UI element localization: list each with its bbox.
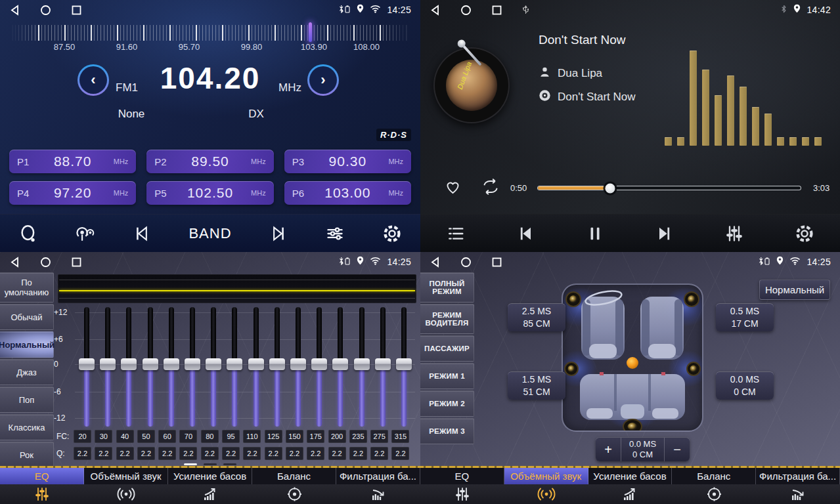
fc-value[interactable]: 275 [370,430,388,443]
tab-eqscreen-4[interactable]: Баланс [252,468,336,504]
eq-band-slider-1[interactable] [79,307,95,427]
eq-band-slider-16[interactable] [396,307,412,427]
slider-handle[interactable] [290,358,306,370]
preset-button-p6[interactable]: P6103.00MHz [284,181,411,205]
delay-chip-front-left[interactable]: 2.5 MS85 CM [508,303,565,331]
eq-band-slider-5[interactable] [164,307,179,427]
tab-surroundscreen-3[interactable]: Усиление басов [588,468,673,504]
q-value[interactable]: 2.2 [201,447,219,460]
home-button[interactable] [460,257,472,268]
eq-band-slider-11[interactable] [290,307,306,427]
slider-handle[interactable] [164,358,179,370]
fc-value[interactable]: 50 [137,430,155,443]
tuner-scale[interactable] [12,25,409,41]
mode-item-2[interactable]: РЕЖИМ ВОДИТЕЛЯ [420,304,474,334]
delay-chip-rear-right[interactable]: 0.0 MS0 CM [716,371,774,400]
tab-surroundscreen-5[interactable]: Фильтрация ба... [756,468,840,504]
fc-value[interactable]: 60 [158,430,176,443]
eq-band-slider-10[interactable] [269,307,285,427]
eq-band-slider-9[interactable] [248,307,264,427]
q-value[interactable]: 2.2 [116,447,134,460]
slider-handle[interactable] [311,358,327,370]
band-button[interactable]: BAND [188,225,231,242]
audio-settings-button[interactable] [324,224,345,243]
eq-band-slider-13[interactable] [332,307,348,427]
q-value[interactable]: 2.2 [286,447,303,460]
q-value[interactable]: 2.2 [179,447,197,460]
slider-handle[interactable] [396,358,412,370]
slider-handle[interactable] [121,358,137,370]
page-dot[interactable] [184,463,197,465]
back-button[interactable] [430,5,441,16]
album-art-vinyl[interactable]: Dua Lipa [433,47,510,123]
back-button[interactable] [9,257,20,268]
equalizer-button[interactable] [724,224,744,243]
fc-value[interactable]: 315 [391,430,409,443]
fc-value[interactable]: 70 [179,430,197,443]
previous-station-button[interactable] [133,224,152,243]
eq-band-slider-15[interactable] [375,307,391,427]
tab-surroundscreen-2[interactable]: Объёмный звук [504,468,588,504]
delay-decrease-button[interactable]: − [665,438,690,461]
slider-handle[interactable] [185,358,200,370]
eq-band-slider-8[interactable] [227,307,242,427]
eq-band-slider-3[interactable] [121,307,137,427]
fc-value[interactable]: 30 [95,430,112,443]
scan-button[interactable] [18,224,38,243]
repeat-icon[interactable] [481,178,500,198]
q-value[interactable]: 2.2 [137,447,155,460]
eq-band-slider-14[interactable] [354,307,370,427]
mode-item-5[interactable]: РЕЖИМ 2 [420,390,474,417]
home-button[interactable] [460,5,472,16]
tab-surroundscreen-1[interactable]: EQ [420,468,504,504]
slider-handle[interactable] [332,358,348,370]
previous-track-button[interactable] [516,224,536,243]
next-track-button[interactable] [654,224,674,243]
pause-button[interactable] [586,224,604,243]
fc-value[interactable]: 200 [328,430,346,443]
slider-handle[interactable] [354,358,370,370]
next-station-button[interactable] [268,224,288,243]
recents-button[interactable] [71,5,82,16]
mode-item-1[interactable]: ПОЛНЫЙ РЕЖИМ [420,272,474,303]
slider-handle[interactable] [248,358,264,370]
fc-value[interactable]: 20 [74,430,91,443]
eq-band-slider-6[interactable] [185,307,200,427]
broadcast-button[interactable] [75,224,96,243]
preset-button-p2[interactable]: P289.50MHz [146,150,273,173]
slider-handle[interactable] [375,358,391,370]
fc-value[interactable]: 110 [243,430,261,443]
recents-button[interactable] [491,257,502,268]
fc-value[interactable]: 235 [349,430,367,443]
mode-item-3[interactable]: ПАССАЖИР [420,335,474,362]
preset-button-p1[interactable]: P188.70MHz [9,150,136,173]
slider-handle[interactable] [100,358,116,370]
seek-knob[interactable] [606,183,615,193]
tab-eqscreen-3[interactable]: Усиление басов [168,468,252,504]
home-button[interactable] [40,5,51,16]
mode-item-6[interactable]: РЕЖИМ 3 [420,418,474,444]
slider-handle[interactable] [227,358,242,370]
eq-band-slider-12[interactable] [311,307,327,427]
slider-handle[interactable] [143,358,158,370]
tune-up-button[interactable]: › [307,64,339,96]
delay-increase-button[interactable]: + [596,438,621,461]
sound-profile-button[interactable]: Нормальный [759,280,830,300]
tab-eqscreen-1[interactable]: EQ [0,468,84,504]
preset-button-p4[interactable]: P497.20MHz [9,181,136,205]
recents-button[interactable] [71,257,82,268]
fc-value[interactable]: 150 [286,430,303,443]
back-button[interactable] [9,5,20,16]
playlist-button[interactable] [446,225,466,242]
settings-gear-icon[interactable] [795,224,814,243]
q-value[interactable]: 2.2 [391,447,409,460]
slider-handle[interactable] [206,358,221,370]
preset-button-p5[interactable]: P5102.50MHz [146,181,273,205]
page-dot[interactable] [204,463,217,465]
q-value[interactable]: 2.2 [370,447,388,460]
favorite-heart-icon[interactable] [444,178,462,198]
fc-value[interactable]: 125 [265,430,282,443]
page-dot[interactable] [223,463,236,465]
q-value[interactable]: 2.2 [307,447,324,460]
settings-gear-icon[interactable] [382,224,402,243]
